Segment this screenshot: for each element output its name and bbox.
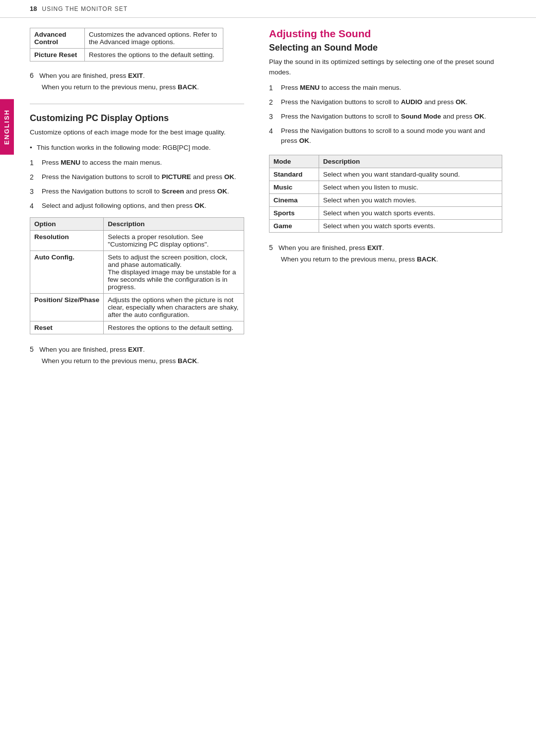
main-content: Advanced ControlCustomizes the advanced … (16, 18, 536, 381)
divider1 (30, 104, 244, 104)
step6-num: 6 (30, 71, 38, 79)
customizing-section-title: Customizing PC Display Options (30, 113, 244, 124)
sound-cell-value: Select when you watch sports events. (319, 207, 502, 220)
step5-left-text: When you are finished, press EXIT. (39, 346, 144, 353)
page-header-title: USING THE MONITOR SET (42, 5, 128, 12)
sound-cell-value: Select when you watch movies. (319, 194, 502, 207)
sound-col-description: Description (319, 155, 502, 168)
sound-steps: 1 Press MENU to access the main menus. 2… (269, 83, 502, 146)
step5-right-text: When you are finished, press EXIT. (278, 244, 384, 252)
step-item: 4 Select and adjust following options, a… (30, 201, 244, 211)
step5-left-subtext: When you return to the previous menu, pr… (42, 356, 244, 367)
adjusting-sound-title: Adjusting the Sound (269, 28, 502, 40)
top-table-cell-value: Customizes the advanced options. Refer t… (85, 28, 223, 49)
options-cell-value: Adjusts the options when the picture is … (104, 294, 244, 321)
sound-cell-label: Sports (269, 207, 319, 220)
options-col-option: Option (30, 218, 104, 231)
sound-intro: Play the sound in its optimized settings… (269, 57, 502, 78)
step-item: 3 Press the Navigation buttons to scroll… (30, 187, 244, 197)
step-item: 2 Press the Navigation buttons to scroll… (30, 172, 244, 183)
options-cell-value: Sets to adjust the screen position, cloc… (104, 251, 244, 294)
customizing-steps: 1 Press MENU to access the main menus. 2… (30, 158, 244, 211)
step6-text: When you are finished, press EXIT. (39, 72, 144, 79)
options-cell-label: Position/ Size/Phase (30, 294, 104, 321)
sound-col-mode: Mode (269, 155, 319, 168)
sound-cell-value: Select when you want standard-quality so… (319, 168, 502, 181)
page-number: 18 (30, 5, 37, 12)
sound-cell-label: Game (269, 220, 319, 233)
sound-cell-label: Music (269, 181, 319, 194)
step5-right-num: 5 (269, 244, 277, 252)
step6-subtext: When you return to the previous menu, pr… (42, 82, 244, 93)
customizing-intro: Customize options of each image mode for… (30, 127, 244, 138)
options-cell-label: Auto Config. (30, 251, 104, 294)
step6-block: 6 When you are finished, press EXIT. Whe… (30, 70, 244, 93)
sound-cell-value: Select when you watch sports events. (319, 220, 502, 233)
bullet-item: This function works in the following mod… (37, 143, 244, 153)
top-table-cell-label: Advanced Control (30, 28, 85, 49)
step-item: 3 Press the Navigation buttons to scroll… (269, 112, 502, 122)
options-cell-label: Resolution (30, 231, 104, 251)
sound-table: Mode Description StandardSelect when you… (269, 155, 502, 233)
sound-cell-label: Cinema (269, 194, 319, 207)
page-header: 18 USING THE MONITOR SET (0, 0, 536, 18)
step-item: 1 Press MENU to access the main menus. (30, 158, 244, 168)
step5-right-subtext: When you return to the previous menu, pr… (281, 254, 502, 265)
options-col-description: Description (104, 218, 244, 231)
customizing-bullets: This function works in the following mod… (30, 143, 244, 153)
options-table: Option Description ResolutionSelects a p… (30, 217, 244, 334)
options-cell-label: Reset (30, 321, 104, 334)
left-column: Advanced ControlCustomizes the advanced … (16, 18, 259, 381)
top-table-cell-value: Restores the options to the default sett… (85, 49, 223, 62)
sidebar-language-label: ENGLISH (0, 99, 14, 155)
step5-left-num: 5 (30, 345, 38, 353)
right-column: Adjusting the Sound Selecting an Sound M… (259, 18, 517, 381)
step5-left-block: 5 When you are finished, press EXIT. Whe… (30, 344, 244, 367)
sound-cell-value: Select when you listen to music. (319, 181, 502, 194)
sound-cell-label: Standard (269, 168, 319, 181)
step-item: 4 Press the Navigation buttons to scroll… (269, 126, 502, 146)
options-cell-value: Restores the options to the default sett… (104, 321, 244, 334)
step-item: 1 Press MENU to access the main menus. (269, 83, 502, 93)
selecting-sound-mode-title: Selecting an Sound Mode (269, 43, 502, 53)
step-item: 2 Press the Navigation buttons to scroll… (269, 97, 502, 108)
top-table-cell-label: Picture Reset (30, 49, 85, 62)
options-cell-value: Selects a proper resolution. See "Custom… (104, 231, 244, 251)
step5-right-block: 5 When you are finished, press EXIT. Whe… (269, 243, 502, 265)
top-table: Advanced ControlCustomizes the advanced … (30, 28, 223, 62)
